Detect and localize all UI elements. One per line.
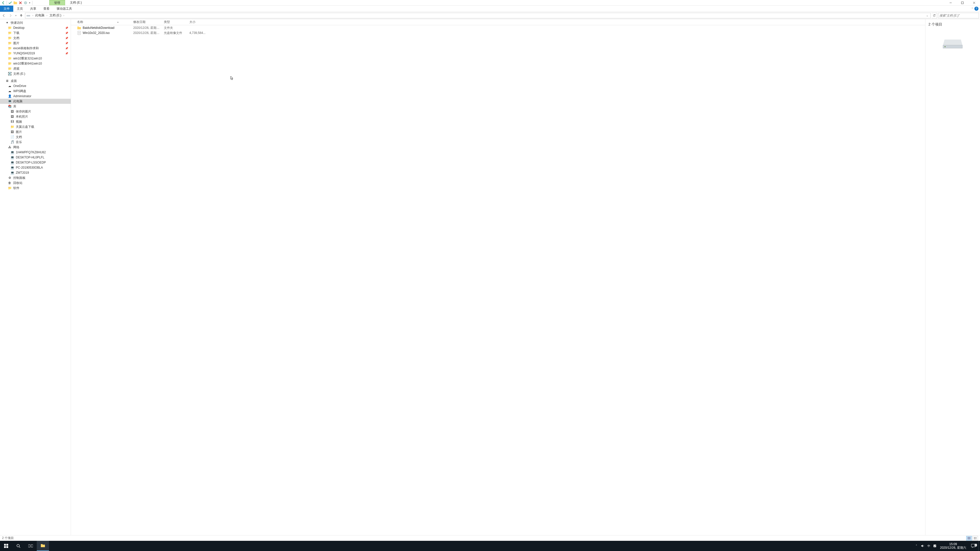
qat-folder-icon[interactable] [13,0,18,5]
svg-point-24 [17,545,19,547]
svg-rect-27 [41,545,45,547]
tree-label: 图片 [13,41,19,45]
tree-netpc[interactable]: 💻PC-20190530OBLA [0,165,71,170]
tree-documents[interactable]: 📁文档📌 [0,35,71,41]
view-details-button[interactable] [966,536,972,540]
column-header-name[interactable]: 名称▲ [75,20,131,24]
tree-label: 虎观 [13,67,19,71]
help-icon[interactable]: ? [974,6,978,11]
folder-icon [77,26,81,30]
tree-this-pc[interactable]: 💻此电脑 [0,99,71,104]
tree-quick-access[interactable]: ✦快速访问 [0,20,71,25]
chevron-right-icon[interactable]: › [45,14,48,17]
file-row[interactable]: BaiduNetdiskDownload2020/12/26, 星期六 1...… [71,25,925,30]
nav-forward-button[interactable] [8,13,13,18]
address-history-dropdown[interactable]: ⌄ [925,14,929,17]
qat-close-icon[interactable] [18,0,23,5]
tree-desktop[interactable]: 📁Desktop📌 [0,25,71,30]
breadcrumb-drive[interactable]: 文档 (E:) [49,13,62,17]
tree-label: 音乐 [16,140,22,144]
close-button[interactable] [968,0,980,5]
svg-rect-25 [28,545,30,547]
qat-dropdown-icon[interactable]: ▾ [28,2,31,4]
title-bar: ▾ 管理 文档 (E:) [0,0,980,6]
tree-label: 天翼云盘下载 [16,125,34,129]
tree-tianyi[interactable]: 📁天翼云盘下载 [0,124,71,129]
ribbon-tab-home[interactable]: 主页 [13,6,27,12]
tree-local-pics[interactable]: 🖼本机照片 [0,114,71,119]
maximize-button[interactable] [956,0,968,5]
start-button[interactable] [0,541,12,551]
tree-pics2[interactable]: 🖼图片 [0,129,71,135]
address-box[interactable]: › 此电脑 › 文档 (E:) › ⌄ [25,13,931,18]
music-icon: 🎵 [10,140,14,144]
tree-recycle[interactable]: 🗑回收站 [0,180,71,186]
tree-wps[interactable]: ☁WPS网盘 [0,89,71,94]
nav-recent-dropdown[interactable]: ▾ [14,13,18,18]
view-large-icons-button[interactable] [972,536,978,540]
qat-check-icon[interactable] [8,0,13,5]
tree-netpc[interactable]: 💻1H4WPFQ7KZ8HU82 [0,150,71,155]
taskbar-clock[interactable]: 15:09 2020/12/26, 星期六 [938,542,968,550]
tree-saved-pics[interactable]: 🖼保存的图片 [0,109,71,114]
ribbon-collapse-icon[interactable]: ˄ [972,7,973,10]
column-header-date[interactable]: 修改日期 [131,20,162,24]
tree-win64[interactable]: 📁win10重装64位win10 [0,61,71,66]
ribbon-tab-file[interactable]: 文件 [0,6,13,12]
tree-network[interactable]: 🖧网络 [0,144,71,150]
tree-edrive[interactable]: 💽文档 (E:) [0,71,71,76]
tray-ime-indicator[interactable]: 中 [926,541,932,551]
tray-overflow-icon[interactable]: ˄ [913,541,920,551]
ribbon-tab-view[interactable]: 查看 [40,6,53,12]
search-box[interactable] [938,13,979,18]
ribbon-context-tab-manage[interactable]: 管理 [49,0,65,5]
pin-icon: 📌 [65,47,68,50]
tree-yunqishi[interactable]: 📁YUNQISHI2019📌 [0,51,71,56]
tree-music[interactable]: 🎵音乐 [0,140,71,144]
column-header-size[interactable]: 大小 [187,20,208,24]
nav-up-button[interactable] [18,13,24,18]
column-header-type[interactable]: 类型 [162,20,187,24]
search-input[interactable] [939,14,978,17]
tree-control-panel[interactable]: ⚙控制面板 [0,175,71,180]
tree-pictures[interactable]: 📁图片📌 [0,41,71,46]
minimize-button[interactable] [945,0,956,5]
tree-win32[interactable]: 📁win10重装32位win10 [0,56,71,61]
tree-desktop-root[interactable]: 🖥桌面 [0,78,71,83]
tray-volume-icon[interactable] [920,541,926,551]
tree-onedrive[interactable]: ☁OneDrive [0,83,71,89]
tree-docs2[interactable]: 📄文档 [0,135,71,140]
show-desktop-button[interactable] [978,541,980,551]
tree-netpc[interactable]: 💻ZMT2019 [0,170,71,175]
tree-videos[interactable]: 🎞视频 [0,119,71,124]
breadcrumb-this-pc[interactable]: 此电脑 [35,13,45,17]
tree-huguan[interactable]: 📁虎观 [0,66,71,71]
taskbar-app-explorer[interactable] [37,541,49,551]
chevron-right-icon[interactable]: › [32,14,34,17]
tree-excel[interactable]: 📁excel表格制作求和📌 [0,46,71,51]
refresh-button[interactable] [932,13,937,18]
action-center-button[interactable]: 2 [968,544,978,548]
tree-label: DESKTOP-HL0PLFL [16,156,45,159]
ribbon-tab-drive-tools[interactable]: 驱动器工具 [53,6,76,12]
navigation-tree[interactable]: ✦快速访问 📁Desktop📌 📁下载📌 📁文档📌 📁图片📌 📁excel表格制… [0,19,71,535]
tree-netpc[interactable]: 💻DESKTOP-HL0PLFL [0,155,71,160]
file-date: 2020/12/26, 星期六 1... [131,31,162,35]
qat-back-icon[interactable] [1,0,6,5]
qat-settings-icon[interactable] [23,0,28,5]
taskbar-search-button[interactable] [12,541,24,551]
pin-icon: 📌 [65,32,68,35]
cloud-icon: ☁ [8,84,12,88]
tree-libraries[interactable]: 📚库 [0,104,71,109]
tree-software[interactable]: 📁软件 [0,186,71,191]
tree-netpc[interactable]: 💻DESKTOP-LSSOEDP [0,160,71,165]
ribbon-tab-share[interactable]: 共享 [27,6,40,12]
task-view-button[interactable] [24,541,37,551]
pc-icon: 💻 [10,165,14,170]
nav-back-button[interactable] [1,13,6,18]
tray-security-icon[interactable] [932,541,938,551]
tree-admin[interactable]: 👤Administrator [0,94,71,99]
tree-downloads[interactable]: 📁下载📌 [0,30,71,35]
chevron-right-icon[interactable]: › [62,14,65,17]
file-row[interactable]: Win10x32_2020.iso2020/12/26, 星期六 1...光盘映… [71,30,925,35]
